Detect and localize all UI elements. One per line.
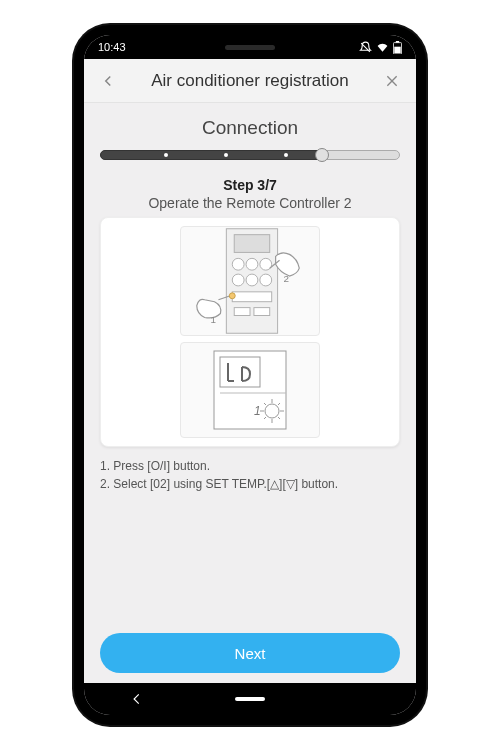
screen: 10:43 Air conditioner registration	[84, 35, 416, 715]
svg-rect-14	[234, 308, 250, 316]
phone-frame: 10:43 Air conditioner registration	[74, 25, 426, 725]
svg-point-10	[232, 274, 244, 286]
svg-point-8	[246, 258, 258, 270]
nav-back-icon[interactable]	[130, 692, 144, 706]
progress-knob	[315, 148, 329, 162]
content: Connection Step 3/7 Operate the Remote C…	[84, 103, 416, 683]
instruction-line: 2. Select [02] using SET TEMP.[△][▽] but…	[100, 475, 400, 493]
close-icon	[384, 73, 400, 89]
svg-text:1: 1	[211, 314, 216, 325]
svg-rect-6	[234, 235, 269, 253]
svg-rect-1	[394, 46, 401, 53]
page-title: Air conditioner registration	[124, 71, 376, 91]
step-label: Step 3/7	[100, 177, 400, 193]
chevron-left-icon	[99, 72, 117, 90]
illustration-card: 2 1	[100, 217, 400, 447]
svg-rect-2	[396, 41, 399, 43]
status-icons	[359, 41, 402, 54]
section-title: Connection	[100, 117, 400, 139]
app-bar: Air conditioner registration	[84, 59, 416, 103]
instructions: 1. Press [O/I] button. 2. Select [02] us…	[100, 457, 400, 493]
progress-dot	[224, 153, 228, 157]
nav-home-icon[interactable]	[235, 694, 265, 704]
back-button[interactable]	[92, 65, 124, 97]
bell-off-icon	[359, 41, 372, 54]
step-subtitle: Operate the Remote Controller 2	[100, 195, 400, 211]
svg-rect-34	[235, 697, 265, 701]
next-button[interactable]: Next	[100, 633, 400, 673]
status-time: 10:43	[98, 41, 126, 53]
svg-rect-15	[254, 308, 270, 316]
progress-dot	[284, 153, 288, 157]
instruction-line: 1. Press [O/I] button.	[100, 457, 400, 475]
step-header: Step 3/7 Operate the Remote Controller 2	[100, 177, 400, 211]
battery-icon	[393, 41, 402, 54]
android-nav-bar	[84, 683, 416, 715]
svg-rect-22	[220, 357, 260, 387]
svg-point-7	[232, 258, 244, 270]
svg-point-19	[229, 293, 235, 299]
remote-illustration: 2 1	[180, 226, 320, 336]
display-illustration: 1	[180, 342, 320, 438]
svg-rect-13	[232, 292, 271, 302]
wifi-icon	[376, 41, 389, 54]
phone-speaker	[225, 45, 275, 50]
svg-text:1: 1	[254, 404, 261, 418]
progress-bar	[100, 147, 400, 163]
svg-point-12	[260, 274, 272, 286]
close-button[interactable]	[376, 65, 408, 97]
svg-text:2: 2	[284, 273, 289, 284]
progress-fill	[100, 150, 322, 160]
progress-dot	[164, 153, 168, 157]
svg-point-11	[246, 274, 258, 286]
